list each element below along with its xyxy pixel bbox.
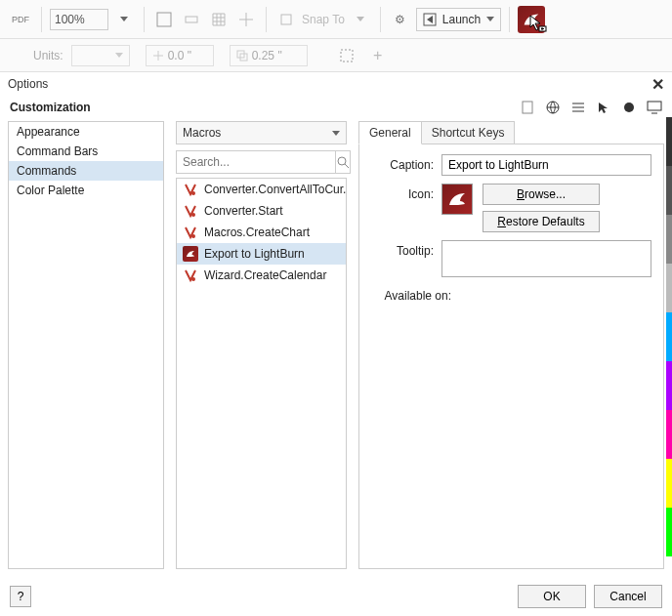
lightburn-toolbar-button[interactable] <box>518 6 545 33</box>
tab-shortcut-keys[interactable]: Shortcut Keys <box>421 121 516 144</box>
command-label: Converter.Start <box>204 204 283 218</box>
units-dropdown[interactable] <box>71 45 130 66</box>
dialog-body: Appearance Command Bars Commands Color P… <box>0 121 672 577</box>
svg-rect-11 <box>648 102 661 110</box>
command-label: Export to LightBurn <box>204 247 305 261</box>
customization-tool-icons <box>520 100 662 115</box>
svg-rect-7 <box>341 50 353 62</box>
duplicate-icon <box>236 50 248 62</box>
grid-icon <box>211 12 227 27</box>
svg-point-12 <box>338 157 346 165</box>
command-item[interactable]: Converter.Start <box>177 200 346 222</box>
svg-point-16 <box>191 277 195 281</box>
section-title: Customization <box>10 101 91 114</box>
command-item[interactable]: Macros.CreateChart <box>177 222 346 243</box>
add-page-button[interactable]: + <box>366 43 390 68</box>
command-item[interactable]: Wizard.CreateCalendar <box>177 265 346 286</box>
svg-rect-2 <box>281 15 291 24</box>
macro-icon <box>183 225 198 240</box>
zoom-dropdown[interactable] <box>112 7 136 32</box>
sidebar-item-color-palette[interactable]: Color Palette <box>9 181 163 200</box>
macro-icon <box>183 182 198 197</box>
svg-point-15 <box>191 234 195 238</box>
svg-point-14 <box>191 213 195 217</box>
units-label: Units: <box>33 49 63 62</box>
search-button[interactable] <box>335 150 351 174</box>
caption-label: Caption: <box>371 154 441 172</box>
tab-general[interactable]: General <box>358 121 422 144</box>
tooltip-input[interactable] <box>441 240 651 277</box>
sidebar-item-appearance[interactable]: Appearance <box>9 122 163 142</box>
pointer-settings-icon[interactable] <box>596 100 611 115</box>
command-label: Macros.CreateChart <box>204 226 310 239</box>
browse-button[interactable]: Browse... <box>483 184 600 205</box>
svg-point-13 <box>191 191 195 195</box>
cursor-drop-icon <box>529 15 551 39</box>
properties-column: General Shortcut Keys Caption: Icon: Bro… <box>358 121 664 569</box>
restore-defaults-button[interactable]: Restore Defaults <box>483 211 600 232</box>
page-frame-icon <box>339 48 355 63</box>
caption-input[interactable] <box>441 154 651 176</box>
dialog-title: Options <box>8 77 48 91</box>
page-frame-button[interactable] <box>335 43 358 68</box>
macro-icon <box>183 203 198 219</box>
available-on-label: Available on: <box>371 285 459 303</box>
command-label: Converter.ConvertAllToCur... <box>204 183 347 196</box>
gear-icon: ⚙ <box>395 13 405 26</box>
icon-preview <box>441 184 473 215</box>
tooltip-label: Tooltip: <box>371 240 441 258</box>
rulers-icon <box>184 12 199 27</box>
launch-icon <box>423 13 437 26</box>
sidebar-item-commands[interactable]: Commands <box>9 161 163 181</box>
grid-button[interactable] <box>207 7 231 32</box>
command-item-selected[interactable]: Export to LightBurn <box>177 243 346 265</box>
launch-button[interactable]: Launch <box>416 8 501 31</box>
document-settings-icon[interactable] <box>520 100 535 115</box>
fullscreen-icon <box>156 12 172 27</box>
property-bar: Units: 0.0 " 0.25 " + <box>0 39 672 72</box>
search-icon <box>336 155 350 169</box>
cancel-button[interactable]: Cancel <box>594 585 662 608</box>
ok-button[interactable]: OK <box>518 585 586 608</box>
sidebar-item-command-bars[interactable]: Command Bars <box>9 142 163 161</box>
lines-settings-icon[interactable] <box>570 100 586 115</box>
close-button[interactable]: ✕ <box>651 75 664 94</box>
command-search-input[interactable] <box>176 150 335 174</box>
guides-button[interactable] <box>234 7 258 32</box>
globe-settings-icon[interactable] <box>545 100 561 115</box>
pdf-export-button[interactable]: PDF <box>8 7 33 32</box>
guides-icon <box>238 12 254 27</box>
icon-label: Icon: <box>371 184 441 201</box>
command-label: Wizard.CreateCalendar <box>204 268 326 282</box>
svg-point-10 <box>624 103 634 112</box>
monitor-settings-icon[interactable] <box>647 100 662 115</box>
duplicate-distance[interactable]: 0.25 " <box>230 45 308 66</box>
zoom-level-input[interactable]: 100% <box>50 9 108 30</box>
nudge-icon <box>152 50 164 62</box>
options-button[interactable]: ⚙ <box>389 7 412 32</box>
snap-icon <box>279 13 293 26</box>
snap-to-label: Snap To <box>302 13 345 26</box>
lightburn-icon <box>183 246 198 262</box>
help-button[interactable]: ? <box>10 586 31 607</box>
rulers-button[interactable] <box>180 7 203 32</box>
macro-icon <box>183 267 198 283</box>
hint-settings-icon[interactable] <box>621 100 637 115</box>
snap-to-button[interactable] <box>274 7 298 32</box>
command-item[interactable]: Converter.ConvertAllToCur... <box>177 179 346 200</box>
command-category-dropdown[interactable]: Macros <box>176 121 347 144</box>
lightburn-dragon-icon <box>445 187 469 211</box>
dialog-titlebar: Options ✕ <box>0 72 672 96</box>
properties-tabs: General Shortcut Keys <box>358 121 664 144</box>
snap-dropdown[interactable] <box>349 7 372 32</box>
nudge-distance[interactable]: 0.0 " <box>146 45 214 66</box>
color-palette-strip[interactable] <box>666 117 672 556</box>
category-sidebar: Appearance Command Bars Commands Color P… <box>8 121 164 569</box>
top-toolbar: PDF 100% Snap To ⚙ Launch <box>0 0 672 39</box>
commands-column: Macros Converter.ConvertAllToCur... Conv… <box>176 121 347 569</box>
svg-rect-8 <box>523 102 532 113</box>
command-list[interactable]: Converter.ConvertAllToCur... Converter.S… <box>176 178 347 569</box>
full-screen-button[interactable] <box>152 7 176 32</box>
dialog-footer: ? OK Cancel <box>10 585 662 608</box>
general-panel: Caption: Icon: Browse... Restore Default… <box>358 144 664 569</box>
